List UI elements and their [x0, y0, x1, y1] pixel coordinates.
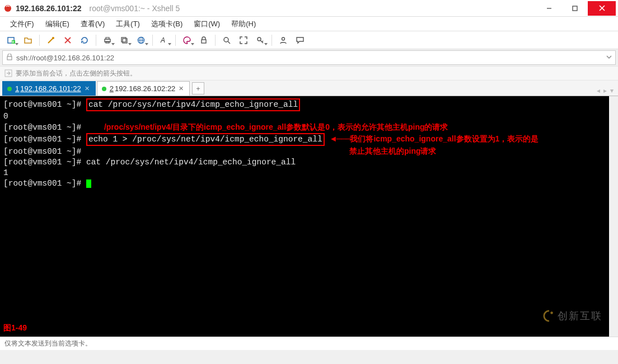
window-title-path: root@vms001:~ - Xshell 5: [90, 4, 180, 13]
tab-hotkey: 2: [110, 84, 114, 93]
svg-rect-21: [202, 40, 206, 43]
window-title-host: 192.168.26.101:22: [16, 4, 82, 13]
shell-prompt: [root@vms001 ~]#: [3, 100, 86, 109]
toolbar: A: [0, 31, 618, 49]
annotation-text-2b: 禁止其他主机的ping请求: [349, 146, 437, 155]
arrow-left-icon: ◄───: [329, 134, 350, 143]
menu-bar: 文件(F) 编辑(E) 查看(V) 工具(T) 选项卡(B) 窗口(W) 帮助(…: [0, 17, 618, 31]
menu-help[interactable]: 帮助(H): [227, 17, 260, 31]
print-icon[interactable]: [100, 34, 115, 47]
highlighted-command-1: cat /proc/sys/net/ipv4/icmp_echo_ignore_…: [86, 98, 300, 111]
menu-tabs[interactable]: 选项卡(B): [147, 17, 187, 31]
menu-file[interactable]: 文件(F): [6, 17, 39, 31]
terminal-output: 1: [3, 168, 606, 178]
hint-text: 要添加当前会话，点击左侧的箭头按钮。: [16, 69, 137, 78]
tab-scroll-right-icon[interactable]: ▸: [602, 86, 608, 96]
hint-bar: 要添加当前会话，点击左侧的箭头按钮。: [0, 66, 618, 81]
terminal-cursor: [86, 179, 91, 188]
shell-prompt: [root@vms001 ~]#: [3, 135, 86, 144]
watermark-text: 创新互联: [558, 311, 602, 322]
svg-rect-15: [121, 37, 126, 42]
terminal-command: cat /proc/sys/net/ipv4/icmp_echo_ignore_…: [86, 158, 296, 167]
maximize-button[interactable]: [562, 1, 588, 16]
disconnect-icon[interactable]: [60, 34, 76, 47]
svg-text:A: A: [160, 36, 165, 44]
close-button[interactable]: [588, 1, 616, 16]
open-icon[interactable]: [20, 34, 36, 47]
svg-point-27: [282, 37, 285, 40]
svg-rect-28: [7, 56, 12, 60]
highlighted-command-2: echo 1 > /proc/sys/net/ipv4/icmp_echo_ig…: [86, 133, 325, 146]
svg-line-23: [228, 41, 230, 44]
scroll-down-icon[interactable]: ▾: [610, 328, 619, 337]
tab-list-dropdown-icon[interactable]: ▾: [609, 86, 615, 96]
separator: [96, 35, 96, 46]
session-tab-1[interactable]: 1192.168.26.101:22 ✕: [2, 81, 96, 96]
tab-scroll-arrows: ◂ ▸ ▾: [596, 86, 618, 96]
terminal-view[interactable]: [root@vms001 ~]# cat /proc/sys/net/ipv4/…: [0, 96, 618, 337]
shell-prompt: [root@vms001 ~]#: [3, 147, 86, 156]
fullscreen-icon[interactable]: [236, 34, 251, 47]
status-text: 仅将文本发送到当前选项卡。: [4, 339, 92, 348]
separator: [39, 35, 40, 46]
connect-icon[interactable]: [43, 34, 59, 47]
font-icon[interactable]: A: [156, 34, 172, 47]
svg-line-26: [262, 41, 263, 42]
svg-point-30: [550, 311, 553, 314]
address-bar[interactable]: ssh://root@192.168.26.101:22: [2, 50, 616, 65]
status-dot-icon: [7, 87, 12, 91]
separator: [271, 35, 272, 46]
tab-hotkey: 1: [15, 84, 19, 93]
comment-icon[interactable]: [292, 34, 308, 47]
user-icon[interactable]: [275, 34, 291, 47]
menu-view[interactable]: 查看(V): [76, 17, 109, 31]
key-icon[interactable]: [252, 34, 268, 47]
new-session-icon[interactable]: [3, 34, 19, 47]
shell-prompt: [root@vms001 ~]#: [3, 158, 86, 167]
separator: [175, 35, 176, 46]
svg-rect-2: [573, 6, 577, 11]
status-dot-icon: [102, 87, 106, 91]
annotation-text-1: /proc/sys/net/ipv4/目录下的icmp_echo_ignore_…: [104, 122, 448, 131]
tab-close-icon[interactable]: ✕: [85, 85, 90, 92]
terminal-output: 0: [3, 111, 606, 122]
tab-close-icon[interactable]: ✕: [179, 85, 184, 92]
tab-add-button[interactable]: ＋: [192, 82, 204, 94]
menu-edit[interactable]: 编辑(E): [41, 17, 74, 31]
svg-rect-13: [106, 37, 109, 39]
find-icon[interactable]: [219, 34, 235, 47]
svg-point-22: [224, 37, 228, 42]
lock-icon[interactable]: [196, 34, 212, 47]
menu-tools[interactable]: 工具(T): [111, 17, 144, 31]
shell-prompt: [root@vms001 ~]#: [3, 179, 86, 188]
address-url[interactable]: ssh://root@192.168.26.101:22: [16, 54, 606, 62]
separator: [152, 35, 153, 46]
svg-point-9: [52, 37, 54, 39]
tab-label: 192.168.26.101:22: [20, 84, 81, 93]
globe-icon[interactable]: [133, 34, 149, 47]
palette-icon[interactable]: [179, 34, 195, 47]
hint-arrow-icon[interactable]: [4, 69, 12, 77]
svg-rect-16: [123, 39, 127, 43]
status-bar: 仅将文本发送到当前选项卡。: [0, 337, 618, 350]
watermark: 创新互联: [543, 310, 602, 322]
session-tab-bar: 1192.168.26.101:22 ✕ 2192.168.26.102:22 …: [0, 81, 618, 96]
shell-prompt: [root@vms001 ~]#: [3, 123, 86, 132]
copy-icon[interactable]: [116, 34, 132, 47]
lock-small-icon: [6, 54, 13, 62]
tab-label: 192.168.26.102:22: [115, 84, 175, 93]
app-icon: [3, 4, 12, 13]
terminal-scrollbar[interactable]: ▴ ▾: [609, 96, 618, 337]
reconnect-icon[interactable]: [77, 34, 92, 47]
scroll-up-icon[interactable]: ▴: [610, 96, 619, 105]
annotation-text-2a: 我们将icmp_echo_ignore_all参数设置为1，表示的是: [350, 134, 539, 143]
separator: [215, 35, 216, 46]
menu-window[interactable]: 窗口(W): [189, 17, 224, 31]
tab-scroll-left-icon[interactable]: ◂: [596, 86, 601, 96]
minimize-button[interactable]: [536, 1, 562, 16]
title-bar: 192.168.26.101:22 root@vms001:~ - Xshell…: [0, 0, 618, 17]
address-dropdown-icon[interactable]: [606, 54, 612, 62]
scrollbar-thumb[interactable]: [610, 106, 618, 327]
figure-label: 图1-49: [3, 323, 27, 333]
session-tab-2[interactable]: 2192.168.26.102:22 ✕: [97, 81, 190, 96]
